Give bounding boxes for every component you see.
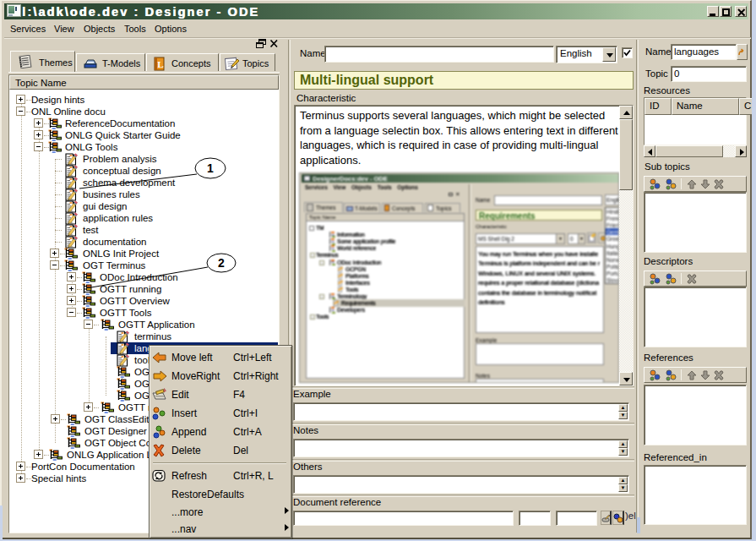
- svg-text:L: L: [157, 59, 163, 69]
